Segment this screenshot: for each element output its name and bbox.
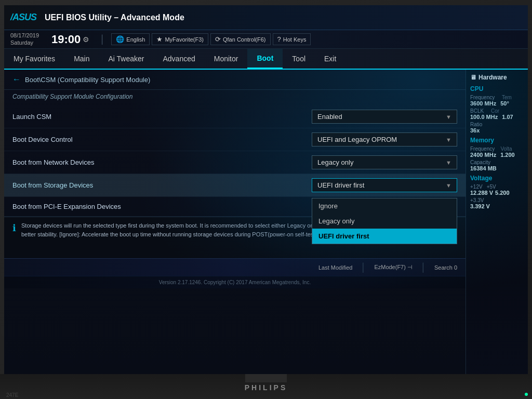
nav-item-exit[interactable]: Exit [315, 49, 345, 69]
nav-item-my-favorites[interactable]: My Favorites [4, 49, 64, 69]
cpu-frequency-value: 3600 MHz [470, 100, 496, 107]
cpu-ratio-label: Ratio [470, 122, 524, 127]
dropdown-arrow-icon-2: ▼ [446, 137, 451, 143]
nav-item-tool[interactable]: Tool [283, 49, 315, 69]
cpu-temp-label: Tem [502, 95, 512, 100]
date-display: 08/17/2019 [10, 32, 39, 39]
nav-item-advanced[interactable]: Advanced [153, 49, 204, 69]
nav-item-ai-tweaker[interactable]: Ai Tweaker [99, 49, 153, 69]
voltage-33v-value: 3.392 V [470, 203, 524, 209]
last-modified-button[interactable]: Last Modified [318, 264, 352, 271]
settings-gear-icon[interactable]: ⚙ [83, 35, 89, 44]
setting-row-boot-from-storage[interactable]: Boot from Storage Devices UEFI driver fi… [4, 174, 466, 197]
footer: Last Modified │ EzMode(F7) ⊣ │ Search 0 [4, 258, 466, 276]
launch-csm-value: Enabled ▼ [312, 110, 457, 124]
nav-item-boot[interactable]: Boot [247, 49, 283, 69]
monitor-icon: 🖥 [470, 74, 476, 81]
ezmode-button[interactable]: EzMode(F7) ⊣ [374, 264, 413, 271]
info-icon: ℹ [12, 222, 16, 234]
launch-csm-label: Launch CSM [12, 113, 312, 121]
hardware-title: 🖥 Hardware [470, 74, 524, 81]
option-uefi-driver-first[interactable]: UEFI driver first [312, 229, 457, 244]
nav-item-monitor[interactable]: Monitor [205, 49, 248, 69]
voltage-33v-label: +3.3V [470, 197, 524, 203]
header-bar: /ASUS UEFI BIOS Utility – Advanced Mode [4, 5, 528, 30]
voltage-12v-5v-labels: +12V +5V [470, 184, 524, 190]
bottom-bar: Version 2.17.1246. Copyright (C) 2017 Am… [4, 276, 466, 288]
voltage-12v-value: 12.288 V [470, 190, 493, 196]
hotkeys-button[interactable]: ? Hot Keys [273, 33, 311, 45]
boot-from-network-selected: Legacy only [317, 158, 353, 166]
monitor-stand: PHILIPS [0, 374, 532, 399]
boot-device-control-label: Boot Device Control [12, 136, 312, 143]
qfan-button[interactable]: ⟳ Qfan Control(F6) [210, 33, 271, 45]
voltage-section-title: Voltage [470, 175, 524, 182]
main-content: ← Boot\CSM (Compatibility Support Module… [4, 70, 528, 379]
voltage-12v-row: +12V +5V 12.288 V 5.200 [470, 184, 524, 196]
voltage-33v-row: +3.3V 3.392 V [470, 197, 524, 209]
section-title: Compatibility Support Module Configurati… [4, 90, 466, 105]
memory-frequency-row: Frequency Volta 2400 MHz 1.200 [470, 146, 524, 158]
globe-icon: 🌐 [116, 35, 124, 43]
footer-divider-2: │ [421, 263, 426, 272]
settings-table: Launch CSM Enabled ▼ Boot Device Control [4, 105, 466, 217]
nav-item-main[interactable]: Main [64, 49, 99, 69]
star-icon: ★ [156, 35, 163, 43]
breadcrumb: ← Boot\CSM (Compatibility Support Module… [4, 70, 466, 90]
cpu-bclk-value: 100.0 MHz [470, 114, 498, 120]
screen: /ASUS UEFI BIOS Utility – Advanced Mode … [4, 5, 528, 379]
help-icon: ? [277, 35, 281, 43]
language-button[interactable]: 🌐 English [111, 33, 150, 45]
boot-from-storage-label: Boot from Storage Devices [12, 181, 312, 189]
left-panel: ← Boot\CSM (Compatibility Support Module… [4, 70, 466, 379]
boot-from-storage-selected: UEFI driver first [317, 181, 364, 189]
search-button[interactable]: Search 0 [434, 264, 457, 271]
boot-from-network-label: Boot from Network Devices [12, 158, 312, 166]
footer-divider-1: │ [361, 263, 366, 272]
fan-icon: ⟳ [215, 35, 221, 43]
header-title-text: UEFI BIOS Utility – [45, 13, 121, 22]
memory-frequency-value: 2400 MHz [470, 152, 496, 158]
memory-voltage-value: 1.200 [500, 152, 515, 158]
breadcrumb-path: Boot\CSM (Compatibility Support Module) [25, 76, 150, 84]
back-arrow-icon[interactable]: ← [12, 75, 21, 84]
power-led [525, 393, 528, 396]
toolbar-divider-1: │ [100, 35, 105, 44]
memory-capacity-label: Capacity [470, 159, 524, 165]
cpu-frequency-label: Frequency Tem [470, 95, 524, 100]
ezmode-icon: ⊣ [407, 264, 413, 270]
hotkeys-label: Hot Keys [283, 36, 307, 43]
toolbar: 08/17/2019 Saturday 19:00 ⚙ │ 🌐 English … [4, 30, 528, 49]
day-display: Saturday [10, 39, 39, 46]
launch-csm-dropdown[interactable]: Enabled ▼ [312, 110, 457, 124]
setting-row-boot-from-network[interactable]: Boot from Network Devices Legacy only ▼ [4, 151, 466, 174]
voltage-12v-label: +12V [470, 184, 483, 190]
memory-frequency-label: Frequency Volta [470, 146, 524, 152]
stand-neck [245, 374, 287, 382]
cpu-bclk-label: BCLK Cor [470, 108, 524, 114]
myfavorites-button[interactable]: ★ MyFavorite(F3) [152, 33, 208, 45]
memory-capacity-row: Capacity 16384 MB [470, 159, 524, 171]
boot-device-control-dropdown[interactable]: UEFI and Legacy OPROM ▼ [312, 132, 457, 147]
dropdown-arrow-icon-4: ▼ [446, 182, 451, 189]
setting-row-boot-device-control[interactable]: Boot Device Control UEFI and Legacy OPRO… [4, 128, 466, 151]
cpu-core-value: 1.07 [502, 114, 513, 120]
time-block: 19:00 ⚙ [51, 33, 89, 46]
boot-from-network-dropdown[interactable]: Legacy only ▼ [312, 155, 457, 169]
memory-section-title: Memory [470, 137, 524, 144]
dropdown-arrow-icon-3: ▼ [446, 159, 451, 166]
cpu-bclk-row: BCLK Cor 100.0 MHz 1.07 [470, 108, 524, 120]
cpu-section-title: CPU [470, 85, 524, 92]
boot-from-storage-dropdown[interactable]: UEFI driver first ▼ [312, 178, 457, 192]
boot-device-control-value: UEFI and Legacy OPROM ▼ [312, 132, 457, 147]
option-ignore[interactable]: Ignore [312, 198, 457, 214]
voltage-12v-5v-values: 12.288 V 5.200 [470, 190, 524, 196]
datetime: 08/17/2019 Saturday [10, 32, 39, 46]
boot-from-storage-value: UEFI driver first ▼ Ignore Legacy only [312, 178, 457, 192]
setting-row-launch-csm[interactable]: Launch CSM Enabled ▼ [4, 105, 466, 128]
cpu-bclk-core-values: 100.0 MHz 1.07 [470, 114, 524, 120]
option-legacy-only[interactable]: Legacy only [312, 214, 457, 229]
cpu-temp-value: 50° [500, 100, 509, 107]
header-mode-text: Advanced Mode [121, 13, 184, 22]
language-label: English [126, 36, 145, 43]
